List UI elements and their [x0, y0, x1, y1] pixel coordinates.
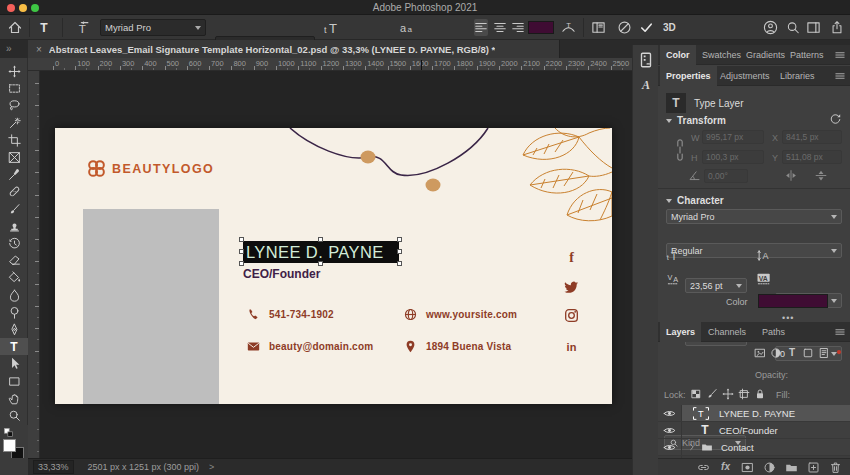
vertical-ruler[interactable]: [28, 71, 40, 458]
type-tool[interactable]: T: [0, 338, 28, 355]
delete-layer-icon[interactable]: [829, 461, 842, 474]
transform-handle[interactable]: [318, 261, 323, 266]
selected-text-layer[interactable]: LYNEE D. PAYNE: [243, 241, 399, 263]
document-tab[interactable]: × Abstract Leaves_Email Signature Templa…: [28, 40, 560, 58]
layer-row-contact[interactable]: Contact: [658, 439, 850, 456]
tab-channels[interactable]: Channels: [702, 322, 752, 342]
filter-smart-objects-icon[interactable]: [818, 347, 830, 359]
font-family-select[interactable]: Myriad Pro: [100, 19, 206, 36]
reset-transform-icon[interactable]: [829, 113, 842, 126]
flip-vertical-icon[interactable]: [814, 169, 828, 182]
layer-name[interactable]: LYNEE D. PAYNE: [719, 408, 795, 419]
layer-row-ceo[interactable]: T CEO/Founder: [658, 422, 850, 439]
zoom-tool[interactable]: [0, 407, 28, 424]
width-field[interactable]: 995,17 px: [702, 130, 764, 144]
constrain-proportions-icon[interactable]: [674, 137, 686, 163]
char-size-select[interactable]: 23,56 pt: [685, 278, 747, 293]
clone-stamp-tool[interactable]: [0, 218, 28, 235]
layer-name[interactable]: CEO/Founder: [719, 425, 778, 436]
cancel-edit-icon[interactable]: [617, 19, 632, 36]
transform-header[interactable]: Transform: [666, 115, 726, 126]
height-field[interactable]: 100,3 px: [702, 150, 764, 164]
transform-handle[interactable]: [397, 261, 402, 266]
new-layer-icon[interactable]: [807, 461, 820, 474]
search-icon[interactable]: [786, 19, 800, 36]
tab-color[interactable]: Color: [660, 45, 696, 65]
text-orientation-icon[interactable]: T: [74, 19, 92, 36]
home-icon[interactable]: [7, 19, 23, 36]
x-field[interactable]: 841,5 px: [782, 130, 842, 144]
move-tool[interactable]: [0, 63, 28, 80]
canvas-area[interactable]: BEAUTYLOGO LYNEE D. PAYNE CEO/Founder 54…: [40, 71, 632, 458]
lock-all-icon[interactable]: [754, 388, 766, 400]
status-chevron[interactable]: >: [209, 462, 214, 472]
tab-paths[interactable]: Paths: [756, 322, 791, 342]
group-expand-icon[interactable]: [687, 442, 697, 452]
lock-position-icon[interactable]: [722, 388, 734, 400]
history-panel-icon[interactable]: [637, 51, 655, 69]
lasso-tool[interactable]: [0, 97, 28, 114]
layer-style-icon[interactable]: fx: [719, 461, 732, 474]
workspace-switcher-icon[interactable]: [806, 19, 821, 36]
rectangle-tool[interactable]: [0, 373, 28, 390]
foreground-color-swatch[interactable]: [3, 439, 16, 452]
filter-adjustment-layers-icon[interactable]: [770, 347, 782, 359]
transform-handle[interactable]: [239, 237, 244, 242]
filter-pixel-layers-icon[interactable]: [754, 347, 766, 359]
add-mask-icon[interactable]: [741, 461, 754, 474]
new-group-icon[interactable]: [785, 461, 798, 474]
layer-row-lynee[interactable]: T LYNEE D. PAYNE: [658, 405, 850, 422]
char-font-style-select[interactable]: Regular: [666, 243, 842, 258]
layer-visibility-icon[interactable]: [663, 441, 676, 454]
commit-edit-icon[interactable]: [639, 19, 654, 36]
rectangular-marquee-tool[interactable]: [0, 80, 28, 97]
text-color-swatch[interactable]: [528, 21, 554, 34]
layer-visibility-icon[interactable]: [663, 407, 676, 420]
tab-overflow-chevrons[interactable]: »: [6, 43, 11, 54]
char-font-family-select[interactable]: Myriad Pro: [666, 209, 842, 224]
hand-tool[interactable]: [0, 390, 28, 407]
filter-toggle-icon[interactable]: [834, 347, 844, 357]
tab-layers[interactable]: Layers: [660, 322, 701, 342]
align-right-icon[interactable]: [511, 19, 525, 36]
lock-transparency-icon[interactable]: [690, 388, 702, 400]
panel-menu-icon[interactable]: [834, 49, 846, 61]
y-field[interactable]: 511,08 px: [782, 150, 842, 164]
align-center-icon[interactable]: [493, 19, 507, 36]
transform-handle[interactable]: [239, 249, 244, 254]
link-layers-icon[interactable]: [697, 461, 710, 474]
filter-shape-layers-icon[interactable]: [802, 347, 814, 359]
eraser-tool[interactable]: [0, 252, 28, 269]
brush-tool[interactable]: [0, 201, 28, 218]
blur-tool[interactable]: [0, 287, 28, 304]
filter-type-layers-icon[interactable]: T: [786, 347, 798, 359]
crop-tool[interactable]: [0, 132, 28, 149]
share-icon[interactable]: [830, 19, 844, 36]
3d-button[interactable]: 3D: [663, 22, 676, 39]
current-tool-type-icon[interactable]: T: [36, 19, 52, 36]
transform-handle[interactable]: [397, 249, 402, 254]
flip-horizontal-icon[interactable]: [784, 169, 798, 182]
warp-text-icon[interactable]: T: [561, 19, 576, 36]
lock-artboard-icon[interactable]: [738, 388, 750, 400]
history-brush-tool[interactable]: [0, 235, 28, 252]
dodge-tool[interactable]: [0, 304, 28, 321]
panel-menu-icon[interactable]: [834, 326, 846, 338]
pen-tool[interactable]: [0, 321, 28, 338]
transform-handle[interactable]: [318, 237, 323, 242]
align-left-icon[interactable]: [474, 19, 488, 36]
close-document-icon[interactable]: ×: [36, 44, 42, 55]
angle-field[interactable]: 0,00°: [704, 169, 748, 183]
frame-tool[interactable]: [0, 149, 28, 166]
layer-visibility-icon[interactable]: [663, 424, 676, 437]
paint-bucket-tool[interactable]: [0, 269, 28, 286]
tab-libraries[interactable]: Libraries: [774, 66, 821, 86]
adjustment-layer-icon[interactable]: [763, 461, 776, 474]
horizontal-ruler[interactable]: 0100200300400500600700800900100011001200…: [28, 58, 632, 71]
tab-adjustments[interactable]: Adjustments: [714, 66, 776, 86]
character-panel-icon[interactable]: A: [637, 76, 655, 94]
default-colors-icon[interactable]: [3, 427, 14, 438]
group-folder-icon[interactable]: [700, 441, 714, 453]
tab-patterns[interactable]: Patterns: [784, 45, 830, 65]
eyedropper-tool[interactable]: [0, 166, 28, 183]
